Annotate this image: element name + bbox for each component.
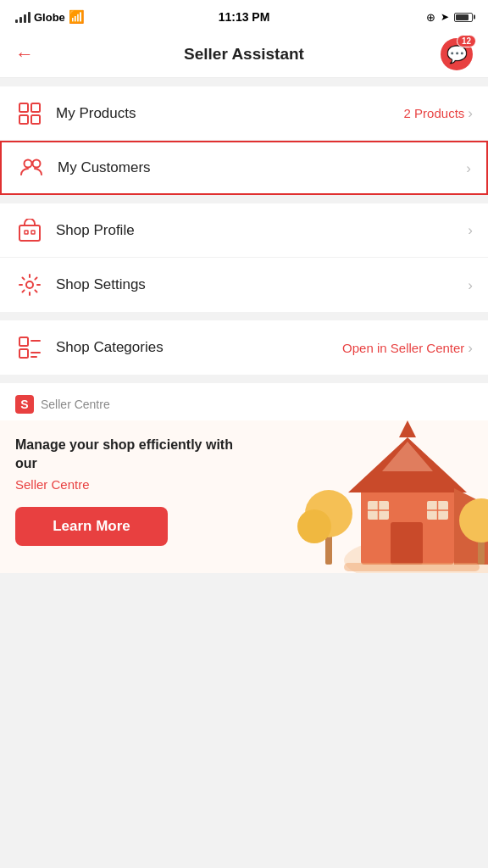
seller-centre-icon: S [15, 395, 34, 414]
shop-settings-chevron: › [468, 278, 473, 292]
back-button[interactable]: ← [15, 40, 41, 69]
card-main-text: Manage your shop efficiently with our [15, 436, 236, 474]
menu-item-my-customers[interactable]: My Customers › [0, 141, 488, 195]
my-customers-icon [17, 153, 46, 182]
menu-section-1: My Products 2 Products › My Customers › [0, 86, 488, 195]
svg-point-9 [26, 281, 33, 288]
svg-rect-1 [31, 103, 40, 112]
page-title: Seller Assistant [184, 45, 304, 64]
learn-more-button[interactable]: Learn More [15, 507, 168, 546]
menu-section-2: Shop Profile › Shop Settings › [0, 203, 488, 312]
shop-categories-chevron: › [468, 341, 473, 355]
seller-centre-label-text: Seller Centre [41, 398, 110, 411]
svg-rect-20 [391, 522, 423, 565]
shop-profile-icon [15, 216, 44, 245]
status-carrier: Globe 📶 [15, 9, 85, 25]
shop-profile-chevron: › [468, 223, 473, 237]
svg-point-4 [25, 160, 32, 168]
my-customers-right: › [466, 161, 471, 175]
svg-rect-8 [31, 231, 35, 234]
svg-rect-6 [19, 225, 40, 241]
shop-profile-label: Shop Profile [56, 222, 468, 239]
menu-section-3: Shop Categories Open in Seller Center › [0, 320, 488, 375]
status-time: 11:13 PM [219, 10, 270, 24]
svg-rect-2 [19, 115, 28, 124]
menu-item-shop-settings[interactable]: Shop Settings › [0, 258, 488, 312]
seller-centre-card: Manage your shop efficiently with our Se… [0, 420, 488, 573]
svg-rect-10 [19, 337, 28, 346]
my-customers-label: My Customers [58, 159, 466, 176]
my-products-chevron: › [468, 106, 473, 120]
status-right-icons: ⊕ ➤ [426, 11, 473, 24]
shop-profile-right: › [468, 223, 473, 237]
svg-rect-0 [19, 103, 28, 112]
shop-categories-right: Open in Seller Center › [342, 341, 473, 355]
svg-rect-3 [31, 115, 40, 124]
chat-button[interactable]: 💬 12 [441, 38, 473, 70]
shop-settings-right: › [468, 278, 473, 292]
my-products-label: My Products [56, 105, 404, 122]
svg-marker-18 [399, 420, 416, 437]
my-products-right: 2 Products › [404, 106, 473, 120]
signal-icon [15, 11, 30, 23]
svg-point-5 [33, 160, 41, 168]
card-text-block: Manage your shop efficiently with our Se… [15, 436, 473, 492]
svg-rect-33 [344, 563, 480, 571]
carrier-name: Globe [34, 11, 65, 24]
shop-categories-label: Shop Categories [56, 339, 342, 356]
menu-item-my-products[interactable]: My Products 2 Products › [0, 86, 488, 141]
bottom-area [0, 573, 488, 743]
wifi-icon: 📶 [69, 9, 85, 25]
svg-rect-7 [25, 231, 28, 234]
seller-centre-section: S Seller Centre Manage your shop efficie… [0, 383, 488, 573]
chat-badge: 12 [457, 35, 476, 47]
my-customers-chevron: › [466, 161, 471, 175]
shop-settings-icon [15, 270, 44, 299]
battery-icon [454, 13, 473, 22]
my-products-count: 2 Products [404, 106, 465, 120]
shop-categories-icon [15, 333, 44, 362]
location-icon: ➤ [441, 11, 449, 23]
card-link-text[interactable]: Seller Centre [15, 477, 473, 492]
target-icon: ⊕ [426, 11, 435, 24]
svg-point-30 [297, 509, 331, 543]
menu-item-shop-profile[interactable]: Shop Profile › [0, 203, 488, 258]
shop-settings-label: Shop Settings [56, 276, 468, 293]
status-bar: Globe 📶 11:13 PM ⊕ ➤ [0, 0, 488, 31]
my-products-icon [15, 99, 44, 128]
header: ← Seller Assistant 💬 12 [0, 31, 488, 78]
svg-rect-11 [19, 349, 28, 358]
seller-centre-label-row: S Seller Centre [0, 383, 488, 420]
shop-categories-right-text: Open in Seller Center [342, 341, 464, 355]
menu-item-shop-categories[interactable]: Shop Categories Open in Seller Center › [0, 320, 488, 375]
